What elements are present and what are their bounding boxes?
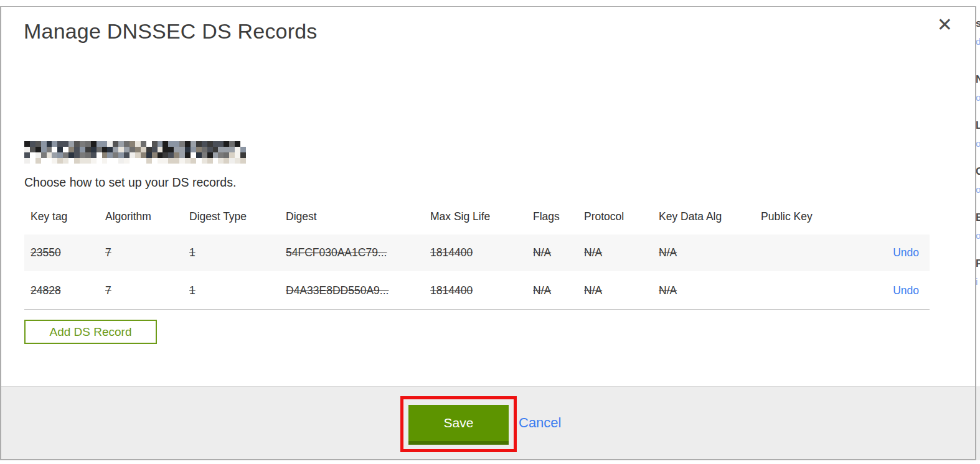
background-text-fragment: N	[976, 73, 980, 86]
background-text-fragment: L	[976, 119, 980, 132]
cell-flags: N/A	[527, 234, 578, 272]
table-header-row: Key tag Algorithm Digest Type Digest Max…	[24, 198, 930, 234]
cell-actions: Undo	[867, 272, 930, 309]
background-text-fragment: d	[976, 36, 980, 47]
save-button[interactable]: Save	[408, 405, 509, 445]
background-text-fragment: C	[976, 165, 980, 178]
cell-digest: 54FCF030AA1C79...	[280, 234, 424, 272]
col-header-flags: Flags	[527, 198, 578, 234]
table-row: 24828 7 1 D4A33E8DD550A9... 1814400 N/A …	[24, 272, 930, 309]
cancel-link[interactable]: Cancel	[519, 415, 561, 431]
cell-flags: N/A	[527, 272, 578, 309]
background-text-fragment: s	[976, 17, 980, 30]
background-text-fragment: P	[976, 258, 980, 270]
col-header-protocol: Protocol	[578, 198, 653, 234]
col-header-max-sig-life: Max Sig Life	[424, 198, 527, 234]
cell-digest-type: 1	[183, 234, 280, 272]
background-text-fragment: i	[976, 276, 978, 287]
cell-digest-type: 1	[183, 272, 280, 309]
background-page-footer-sliver	[976, 386, 980, 460]
undo-link[interactable]: Undo	[893, 246, 919, 259]
col-header-key-tag: Key tag	[24, 198, 99, 234]
col-header-algorithm: Algorithm	[99, 198, 183, 234]
annotation-highlight-box: Save	[400, 396, 517, 452]
instruction-text: Choose how to set up your DS records.	[24, 175, 236, 190]
cell-actions: Undo	[867, 234, 930, 272]
cell-algorithm: 7	[99, 234, 183, 272]
cell-public-key	[755, 234, 867, 272]
background-text-fragment: E	[976, 211, 980, 224]
cell-digest: D4A33E8DD550A9...	[280, 272, 424, 309]
redacted-domain-name	[24, 141, 246, 164]
modal-footer: Save Cancel	[1, 386, 975, 459]
cell-key-data-alg: N/A	[653, 234, 755, 272]
cell-public-key	[755, 272, 867, 309]
add-ds-record-button[interactable]: Add DS Record	[24, 320, 157, 344]
background-text-fragment: o	[976, 92, 980, 103]
modal-title: Manage DNSSEC DS Records	[24, 19, 318, 44]
background-text-fragment: o	[976, 184, 980, 195]
cell-max-sig-life: 1814400	[424, 272, 527, 309]
cell-protocol: N/A	[578, 234, 653, 272]
cell-algorithm: 7	[99, 272, 183, 309]
page-background: Manage DNSSEC DS Records ✕ Choose how to…	[0, 0, 980, 464]
cell-protocol: N/A	[578, 272, 653, 309]
undo-link[interactable]: Undo	[893, 284, 919, 297]
close-icon[interactable]: ✕	[937, 16, 953, 34]
cell-key-tag: 24828	[24, 272, 99, 309]
table-row: 23550 7 1 54FCF030AA1C79... 1814400 N/A …	[24, 234, 930, 272]
cell-key-tag: 23550	[24, 234, 99, 272]
background-page-sliver: sdNoLoCoEoPi	[976, 0, 980, 464]
col-header-public-key: Public Key	[755, 198, 867, 234]
ds-records-table: Key tag Algorithm Digest Type Digest Max…	[24, 198, 930, 310]
col-header-key-data-alg: Key Data Alg	[653, 198, 755, 234]
background-text-fragment: o	[976, 230, 980, 241]
col-header-digest: Digest	[280, 198, 424, 234]
background-text-fragment: o	[976, 138, 980, 149]
manage-dnssec-modal: Manage DNSSEC DS Records ✕ Choose how to…	[0, 6, 976, 460]
col-header-actions	[867, 198, 930, 234]
col-header-digest-type: Digest Type	[183, 198, 280, 234]
cell-max-sig-life: 1814400	[424, 234, 527, 272]
cell-key-data-alg: N/A	[653, 272, 755, 309]
